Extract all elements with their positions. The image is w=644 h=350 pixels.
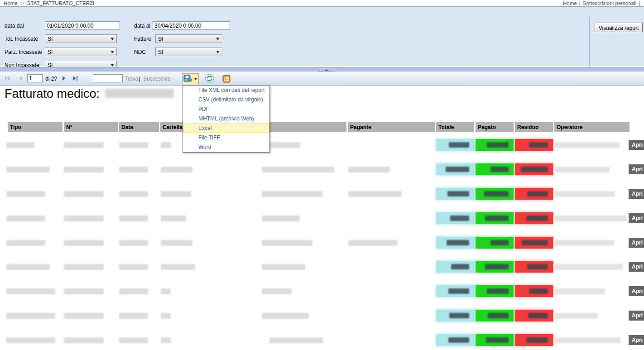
data-dal-input[interactable] bbox=[45, 21, 120, 30]
totale-amount-cell bbox=[436, 285, 474, 297]
apri-button[interactable]: Apri Fattura bbox=[629, 286, 644, 296]
redacted-residuo-amount bbox=[522, 240, 548, 245]
column-header-numero: N° bbox=[64, 122, 118, 132]
previous-page-button[interactable] bbox=[17, 75, 24, 82]
export-menu-item-file[interactable]: File TIFF bbox=[183, 133, 269, 143]
export-button[interactable] bbox=[182, 73, 199, 84]
apri-button[interactable]: Apri Fattura bbox=[629, 238, 644, 248]
redacted-operatore-value bbox=[555, 337, 620, 343]
ndc-select[interactable]: SI bbox=[155, 48, 222, 56]
redacted-numero-value bbox=[64, 240, 104, 246]
refresh-button[interactable] bbox=[205, 74, 214, 85]
redacted-numero-value bbox=[64, 313, 104, 319]
redacted-tipo-value bbox=[6, 240, 45, 246]
redacted-pagato-amount bbox=[487, 288, 509, 294]
redacted-residuo-amount bbox=[521, 167, 548, 172]
table-row: Apri Fattura bbox=[0, 139, 644, 151]
column-header-data: Data bbox=[119, 122, 159, 132]
last-page-button[interactable] bbox=[72, 75, 79, 82]
redacted-cartella-value bbox=[161, 240, 192, 246]
redacted-residuo-amount bbox=[529, 288, 548, 294]
totale-amount-cell bbox=[436, 139, 474, 151]
redacted-pagante-value bbox=[348, 240, 397, 246]
visualizza-report-button[interactable]: Visualizza report bbox=[595, 23, 643, 32]
page-number-input[interactable] bbox=[27, 74, 43, 82]
home-link[interactable]: Home bbox=[563, 0, 577, 6]
redacted-pagato-amount bbox=[488, 313, 509, 318]
pagato-amount-cell bbox=[476, 261, 514, 273]
export-menu-item-csv[interactable]: CSV (delimitato da virgole) bbox=[183, 95, 269, 105]
table-row: Apri Fattura bbox=[0, 261, 644, 273]
apri-button[interactable]: Apri Fattura bbox=[629, 213, 644, 223]
breadcrumb-home-link[interactable]: Home bbox=[4, 0, 18, 6]
subscriptions-link[interactable]: Sottoscrizioni personali bbox=[583, 0, 636, 6]
parz-incassate-select[interactable]: SI bbox=[45, 48, 117, 56]
column-header-residuo: Residuo bbox=[515, 122, 553, 132]
fatture-select[interactable]: SI bbox=[155, 34, 222, 43]
redacted-cliente-value bbox=[262, 167, 334, 173]
collapse-parameters-handle[interactable] bbox=[318, 68, 335, 72]
pagato-amount-cell bbox=[476, 188, 514, 200]
export-menu-item-mhtml[interactable]: MHTML (archivio Web) bbox=[183, 114, 269, 124]
top-bar: Home > STAT_FATTURATO_CTERZI Home|Sottos… bbox=[0, 0, 644, 7]
redacted-numero-value bbox=[64, 167, 104, 173]
redacted-residuo-amount bbox=[527, 191, 548, 197]
residuo-amount-cell bbox=[515, 310, 553, 321]
pagato-amount-cell bbox=[476, 285, 514, 297]
redacted-operatore-value bbox=[555, 191, 615, 197]
export-menu-item-excel[interactable]: Excel bbox=[183, 124, 269, 133]
redacted-operatore-value bbox=[555, 240, 614, 246]
redacted-cliente-value bbox=[262, 288, 292, 294]
param-label-data-al: data al bbox=[134, 23, 150, 29]
tot-incassate-select[interactable]: SI bbox=[45, 34, 117, 43]
first-page-button[interactable] bbox=[4, 75, 11, 82]
redacted-pagato-amount bbox=[487, 142, 509, 148]
param-label-fatture: Fatture bbox=[134, 36, 151, 42]
redacted-data-value bbox=[119, 142, 148, 148]
apri-button[interactable]: Apri Fattura bbox=[629, 262, 644, 272]
fatture-value: SI bbox=[158, 36, 163, 42]
redacted-pagato-amount bbox=[490, 167, 509, 172]
redacted-operatore-value bbox=[555, 167, 610, 173]
redacted-data-value bbox=[119, 191, 148, 197]
apri-button[interactable]: Apri Fattura bbox=[629, 140, 644, 150]
data-al-input[interactable] bbox=[153, 21, 230, 30]
redacted-cartella-value bbox=[161, 337, 171, 343]
redacted-pagato-amount bbox=[490, 240, 509, 245]
table-row: Apri Fattura bbox=[0, 334, 644, 346]
table-row: Apri Fattura bbox=[0, 188, 644, 200]
redacted-totale-amount bbox=[449, 313, 469, 318]
apri-button[interactable]: Apri Fattura bbox=[629, 335, 644, 345]
redacted-operatore-value bbox=[555, 216, 627, 221]
residuo-amount-cell bbox=[515, 139, 553, 151]
redacted-tipo-value bbox=[6, 142, 34, 148]
apri-button[interactable]: Apri Fattura bbox=[629, 164, 644, 174]
find-input[interactable] bbox=[93, 74, 123, 82]
apri-button[interactable]: Apri Fattura bbox=[629, 311, 644, 321]
residuo-amount-cell bbox=[515, 212, 553, 224]
export-menu-item-word[interactable]: Word bbox=[183, 143, 269, 152]
ndc-value: SI bbox=[158, 49, 163, 55]
redacted-totale-amount bbox=[447, 240, 469, 245]
redacted-operatore-value bbox=[555, 264, 623, 270]
apri-button[interactable]: Apri Fattura bbox=[629, 189, 644, 199]
redacted-cartella-value bbox=[161, 191, 191, 197]
redacted-cartella-value bbox=[161, 313, 171, 319]
redacted-numero-value bbox=[64, 264, 104, 270]
table-row: Apri Fattura bbox=[0, 310, 644, 321]
redacted-numero-value bbox=[64, 337, 104, 343]
parameters-splitter bbox=[0, 67, 644, 72]
redacted-totale-amount bbox=[446, 167, 469, 172]
parz-incassate-value: SI bbox=[48, 49, 53, 55]
pagato-amount-cell bbox=[476, 310, 514, 321]
export-menu-item-file[interactable]: File XML con dati del report bbox=[183, 86, 269, 95]
breadcrumb: Home > STAT_FATTURATO_CTERZI bbox=[4, 0, 94, 6]
residuo-amount-cell bbox=[515, 237, 553, 249]
redacted-residuo-amount bbox=[527, 264, 548, 269]
next-page-button[interactable] bbox=[60, 75, 67, 82]
data-feed-button[interactable] bbox=[222, 75, 231, 84]
chevron-down-icon bbox=[216, 51, 220, 53]
export-menu-item-pdf[interactable]: PDF bbox=[183, 105, 269, 114]
residuo-amount-cell bbox=[515, 261, 553, 273]
redacted-data-value bbox=[119, 264, 148, 270]
